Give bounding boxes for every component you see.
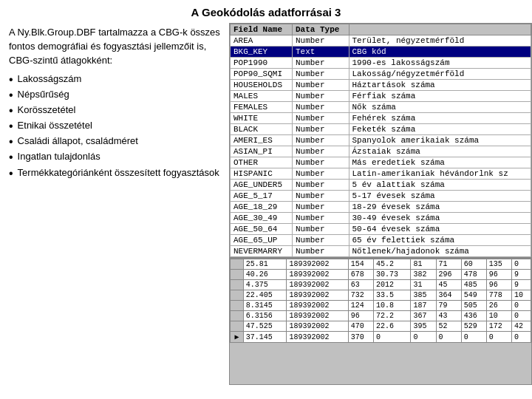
field-name-cell: NEVERMARRY	[231, 246, 293, 257]
field-name-cell: AMERI_ES	[231, 135, 293, 146]
table-row[interactable]: HOUSEHOLDSNumberHáztartások száma	[231, 80, 531, 91]
table-row[interactable]: FEMALESNumberNők száma	[231, 102, 531, 113]
data-cell: 8.3145	[243, 301, 287, 311]
table-row[interactable]: OTHERNumberMás eredetiek száma	[231, 157, 531, 168]
data-cell: 364	[436, 290, 461, 301]
data-type-cell: Number	[292, 113, 349, 124]
data-cell: 9	[511, 280, 531, 290]
description-cell: 5 év alattiak száma	[349, 180, 531, 191]
table-row[interactable]: AGE_30_49Number30-49 évesek száma	[231, 213, 531, 224]
data-cell: 124	[348, 301, 373, 311]
bullet-text: Lakosságszám	[18, 72, 82, 86]
data-cell: 9	[511, 270, 531, 280]
table-row[interactable]: 22.40518939200273233.538536454977810	[231, 290, 531, 301]
data-cell: 549	[461, 290, 486, 301]
data-cell: 189392002	[287, 280, 348, 290]
bullet-dot: •	[9, 88, 13, 102]
list-item: •Ingatlan tulajdonlás	[9, 150, 223, 164]
data-cell: 2012	[373, 280, 411, 290]
data-type-cell: Number	[292, 213, 349, 224]
data-cell: 42	[511, 321, 531, 332]
description-cell: 1990-es lakosságszám	[349, 58, 531, 69]
data-type-cell: Number	[292, 69, 349, 80]
table-row[interactable]: MALESNumberFérfiak száma	[231, 91, 531, 102]
bullet-dot: •	[9, 166, 13, 180]
left-panel: A Ny.Blk.Group.DBF tartalmazza a CBG-k ö…	[0, 23, 229, 385]
data-cell: 40.26	[243, 270, 287, 280]
data-cell: 96	[486, 270, 511, 280]
table-row[interactable]: HISPANICNumberLatin-amerikaniak hévándor…	[231, 168, 531, 180]
data-cell: 0	[486, 332, 511, 343]
table-row[interactable]: AMERI_ESNumberSpanyolok amerikaiak száma	[231, 135, 531, 146]
data-cell: 37.145	[243, 332, 287, 343]
right-panel: Field Name Data Type AREANumberTerület, …	[229, 23, 532, 385]
data-preview-table: 25.8118939200215445.2817160135040.261893…	[230, 259, 531, 343]
table-row[interactable]: POP90_SQMINumberLakosság/négyzetmérföld	[231, 69, 531, 80]
data-cell: 135	[486, 259, 511, 270]
data-cell: 172	[486, 321, 511, 332]
field-name-cell: ASIAN_PI	[231, 146, 293, 157]
data-cell: 96	[486, 280, 511, 290]
data-cell: 382	[411, 270, 436, 280]
table-row[interactable]: ▶37.145189392002370000000	[231, 332, 531, 343]
data-cell: 22.405	[243, 290, 287, 301]
bullet-dot: •	[9, 103, 13, 117]
data-cell: 529	[461, 321, 486, 332]
data-type-cell: Number	[292, 157, 349, 168]
data-type-cell: Number	[292, 246, 349, 257]
field-name-cell: HOUSEHOLDS	[231, 80, 293, 91]
table-row[interactable]: 25.8118939200215445.28171601350	[231, 259, 531, 270]
table-row[interactable]: AGE_UNDER5Number5 év alattiak száma	[231, 180, 531, 191]
page-title: A Geokódolás adatforrásai 3	[0, 0, 532, 23]
bullet-text: Ingatlan tulajdonlás	[18, 150, 100, 164]
data-cell: 33.5	[373, 290, 411, 301]
table-row[interactable]: AGE_65_UPNumber65 év felettiek száma	[231, 235, 531, 246]
table-row[interactable]: 40.2618939200267830.73382296478969	[231, 270, 531, 280]
table-row[interactable]: BKG_KEYTextCBG kód	[231, 47, 531, 58]
bullet-text: Etnikai összetétel	[18, 119, 92, 133]
field-name-cell: AGE_18_29	[231, 202, 293, 213]
table-row[interactable]: BLACKNumberFeketék száma	[231, 124, 531, 135]
row-indicator-cell	[231, 321, 244, 332]
field-table: Field Name Data Type AREANumberTerület, …	[230, 24, 531, 257]
data-cell: 189392002	[287, 290, 348, 301]
col-header-field: Field Name	[231, 24, 293, 35]
data-cell: 0	[461, 332, 486, 343]
field-name-cell: AGE_UNDER5	[231, 180, 293, 191]
data-cell: 71	[436, 259, 461, 270]
data-type-cell: Number	[292, 58, 349, 69]
list-item: •Lakosságszám	[9, 72, 223, 86]
table-row[interactable]: AGE_5_17Number5-17 évesek száma	[231, 191, 531, 202]
data-cell: 22.6	[373, 321, 411, 332]
table-row[interactable]: 47.52518939200247022.63955252917242	[231, 321, 531, 332]
table-row[interactable]: 4.3751893920026320123145485969	[231, 280, 531, 290]
main-layout: A Ny.Blk.Group.DBF tartalmazza a CBG-k ö…	[0, 23, 532, 385]
data-cell: 10.8	[373, 301, 411, 311]
table-row[interactable]: ASIAN_PINumberÁzstaiak száma	[231, 146, 531, 157]
data-cell: 385	[411, 290, 436, 301]
row-indicator-cell	[231, 280, 244, 290]
table-row[interactable]: 6.31561893920029672.236743436100	[231, 311, 531, 321]
list-item: •Korösszetétel	[9, 103, 223, 117]
data-cell: 0	[511, 301, 531, 311]
data-type-cell: Number	[292, 124, 349, 135]
table-row[interactable]: POP1990Number1990-es lakosságszám	[231, 58, 531, 69]
data-cell: 778	[486, 290, 511, 301]
table-row[interactable]: WHITENumberFehérek száma	[231, 113, 531, 124]
data-cell: 478	[461, 270, 486, 280]
data-cell: 296	[436, 270, 461, 280]
table-row[interactable]: NEVERMARRYNumberNőtlenek/hajadonok száma	[231, 246, 531, 257]
table-row[interactable]: AGE_50_64Number50-64 évesek száma	[231, 224, 531, 235]
table-row[interactable]: 8.314518939200212410.818779505260	[231, 301, 531, 311]
field-name-cell: BKG_KEY	[231, 47, 293, 58]
field-name-cell: AREA	[231, 35, 293, 47]
description-cell: Fehérek száma	[349, 113, 531, 124]
table-row[interactable]: AREANumberTerület, négyzetmérföld	[231, 35, 531, 47]
data-type-cell: Number	[292, 224, 349, 235]
table-row[interactable]: AGE_18_29Number18-29 évesek száma	[231, 202, 531, 213]
bullet-dot: •	[9, 119, 13, 133]
description-cell: Lakosság/négyzetmérföld	[349, 69, 531, 80]
data-cell: 189392002	[287, 332, 348, 343]
description-cell: Spanyolok amerikaiak száma	[349, 135, 531, 146]
bullet-dot: •	[9, 134, 13, 149]
